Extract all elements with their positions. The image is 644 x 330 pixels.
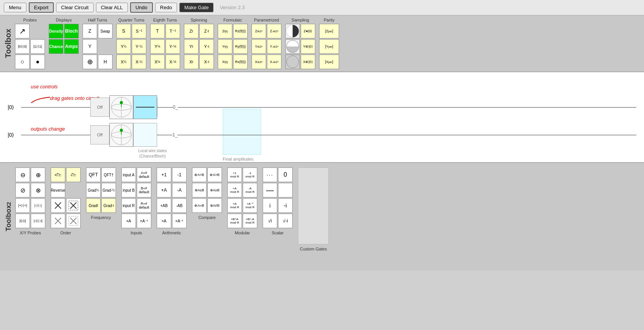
gate-T[interactable]: T [150,24,165,38]
gate-cmp-AGtB[interactable]: ⊕A>B [207,167,222,182]
gate-minusAB[interactable]: -AB [172,198,187,213]
gate-cmp-AEqB[interactable]: ⊕A=B [192,198,207,213]
gate-plus-gamma-t[interactable]: +Γt↑ [51,167,65,182]
gate-grad-t[interactable]: Gradt [86,198,101,213]
gate-Y-par[interactable]: [Ypar] [319,39,339,54]
gate-X-half-inv[interactable]: X-½ [132,55,146,69]
gate-reverse[interactable]: Reverse [51,183,65,197]
bloch-display-1[interactable] [109,123,133,147]
gate-minus-gamma-t[interactable]: -Γt↑ [66,167,81,182]
display-chance[interactable]: Chance [49,39,63,54]
gate-off-0[interactable]: Off [90,98,109,117]
gate-timesA-inv[interactable]: ×A⁻¹ [172,214,187,228]
gate-X-ket0[interactable]: X⊕|0⟩ [301,55,315,69]
gate-sample-Z[interactable] [285,24,300,38]
gate-Y[interactable]: Y [83,39,97,54]
gate-Y-ket0[interactable]: Y⊗|0⟩ [301,39,315,54]
gate-times-A-inv[interactable]: ×A⁻¹ [137,214,151,228]
gate-cmp-ALtB[interactable]: ⊕A<B [192,167,207,182]
gate-swap-order-3[interactable] [51,214,65,228]
gate-XA2n[interactable]: XA/2ⁿ [252,55,266,69]
gate-minusA-mod[interactable]: -Amod R [243,183,257,197]
gate-A-default[interactable]: A=#default [137,167,151,182]
gate-Y-quarter-inv[interactable]: Y-¼ [166,39,180,54]
gate-T-inv[interactable]: T⁻¹ [166,24,180,38]
gate-oplus2[interactable]: ⊕ [31,167,45,182]
make-gate-button[interactable]: Make Gate [179,3,214,12]
gate-Y-half-inv[interactable]: Y-½ [132,39,146,54]
gate-Zt[interactable]: Zt [184,24,199,38]
gate-X-quarter-inv[interactable]: X-¼ [166,55,180,69]
gate-plusA[interactable]: +A [157,183,171,197]
undo-button[interactable]: Undo [130,2,153,13]
gate-X-quarter[interactable]: X¼ [150,55,165,69]
gate-i[interactable]: i [263,198,277,213]
gate-grad-neg-t[interactable]: Grad-t [101,198,116,213]
gate-H[interactable]: H [98,55,113,69]
gate-sample-X[interactable] [285,55,300,69]
gate-timesA[interactable]: ×A [157,214,171,228]
gate-cmp-ALeB[interactable]: ⊕A≤B [192,183,207,197]
gate-Z[interactable]: Z [83,24,97,38]
gate-ellipsis[interactable]: ··· [263,167,277,182]
gate-Xt[interactable]: Xt [184,55,199,69]
gate-Yft[interactable]: Yf(t) [218,39,232,54]
gate-Rzft[interactable]: Rz(f(t)) [233,24,248,38]
gate-Y-A2n-neg[interactable]: Y-A/2ⁿ [267,39,281,54]
gate-YA2n[interactable]: YA/2ⁿ [252,39,266,54]
gate-timesA-mod[interactable]: ×Amod R [227,198,242,213]
gate-swap-order-2[interactable] [66,198,81,213]
gate-timesA-inv-mod[interactable]: ×A⁻¹mod R [243,198,257,213]
gate-Z-par[interactable]: [Zpar] [319,24,339,38]
gate-Z-neg-t[interactable]: Z-t [199,24,214,38]
gate-minus-ket[interactable]: |-⟩⟨-| [31,198,45,213]
gate-Ryft[interactable]: Ry(f(t)) [233,39,248,54]
gate-Xft[interactable]: Xf(t) [218,55,232,69]
gate-neg-i[interactable]: -i [278,198,293,213]
gate-off-1[interactable]: Off [90,125,109,144]
gate-swap-order-4[interactable] [66,214,81,228]
hadamard-gate-0[interactable] [133,95,157,119]
display-amps[interactable]: Amps [64,39,79,54]
gate-Y-neg-t[interactable]: Y-t [199,39,214,54]
gate-X-half[interactable]: X½ [116,55,131,69]
gate-S-inv[interactable]: S⁻¹ [132,24,146,38]
gate-XOR[interactable]: ⊕ [83,55,97,69]
gate-X-neg-t[interactable]: X-t [199,55,214,69]
gate-Y-quarter[interactable]: Y¼ [150,39,165,54]
gate-QFT[interactable]: QFT [86,167,101,182]
export-button[interactable]: Export [29,2,54,13]
gate-ominus[interactable]: ⊖ [15,167,30,182]
gate-minus1-mod[interactable]: -1mod R [243,167,257,182]
gate-QFT-dag[interactable]: QFT† [101,167,116,182]
gate-sample-Y[interactable] [285,39,300,54]
gate-ZA2n[interactable]: ZA/2ⁿ [252,24,266,38]
gate-Y-half[interactable]: Y½ [116,39,131,54]
gate-plus1-mod[interactable]: +1mod R [227,167,242,182]
gate-input-A[interactable]: input A [121,167,136,182]
gate-grad-half-inv[interactable]: Grad-½ [101,183,116,197]
gate-zero[interactable]: 0 [278,167,293,182]
gate-plus1[interactable]: +1 [157,167,171,182]
gate-Rxft[interactable]: Rx(f(t)) [233,55,248,69]
gate-Z-ket0[interactable]: Z●|0⟩ [301,24,315,38]
gate-dash[interactable]: — [263,183,277,197]
gate-plus-ket[interactable]: |+⟩⟨+| [15,198,30,213]
gate-input-B[interactable]: input B [121,183,136,197]
probe-dot[interactable]: ● [30,55,45,69]
gate-Z-A2n-neg[interactable]: Z-A/2ⁿ [267,24,281,38]
gate-cmp-ANeB[interactable]: ⊕A≠B [207,198,222,213]
probe-arrow[interactable]: ↗ [15,24,30,38]
gate-BpowNegA-mod[interactable]: ×B^-Amod R [243,214,257,228]
gate-swap-order-1[interactable] [51,198,65,213]
gate-minusA[interactable]: -A [172,183,187,197]
display-bloch[interactable]: Bloch [64,24,79,38]
gate-plusAB[interactable]: +AB [157,198,171,213]
gate-R-default[interactable]: R=#default [137,198,151,213]
clear-circuit-button[interactable]: Clear Circuit [56,3,94,12]
probe-0ket[interactable]: |0⟩⟨0| [15,39,30,54]
gate-Yt[interactable]: Yt [184,39,199,54]
gate-neg-i-ket[interactable]: |-i⟩⟨-i| [31,214,45,228]
gate-Swap[interactable]: Swap [98,24,113,38]
display-density[interactable]: Density [49,24,63,38]
